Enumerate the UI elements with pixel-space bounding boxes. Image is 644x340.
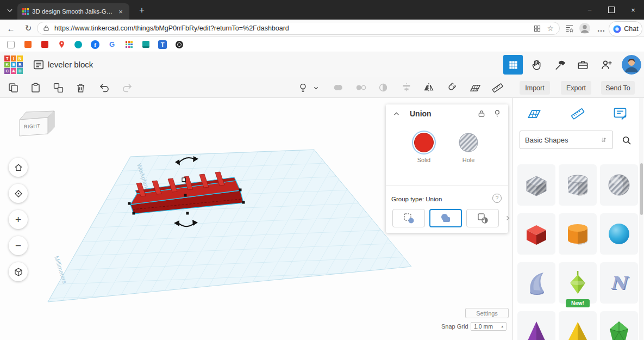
shape-cylinder[interactable] [559, 213, 597, 255]
perspective-toggle-button[interactable] [9, 262, 28, 281]
briefcase-icon[interactable] [573, 55, 592, 75]
address-bar-input[interactable] [53, 24, 533, 33]
shape-inspector-panel: Union Solid Hole Group type: Union ? [386, 104, 508, 233]
shape-pyramid[interactable] [559, 311, 597, 340]
hole-swatch[interactable] [459, 133, 478, 152]
ruler-helper-icon[interactable] [570, 106, 586, 122]
bookmark-favicon-google[interactable]: G [108, 40, 116, 49]
magnet-icon[interactable] [445, 81, 458, 94]
home-view-button[interactable] [9, 158, 28, 177]
bookmark-favicon-3[interactable] [40, 40, 49, 49]
notes-icon[interactable] [612, 106, 628, 122]
copy-icon[interactable] [7, 81, 20, 94]
tinkercad-header: T I N K E R C A D leveler block [0, 52, 644, 77]
shape-paraboloid[interactable] [517, 262, 555, 304]
bookmark-favicon-facebook[interactable]: f [91, 40, 99, 49]
group-color-option-multicolor[interactable] [392, 209, 425, 227]
settings-button[interactable]: Settings [465, 308, 509, 318]
browser-tab-strip: 3D design Smooth Jaiks-Gaaris - T × + − … [0, 0, 644, 20]
help-icon[interactable]: ? [492, 194, 502, 203]
import-button[interactable]: Import [520, 81, 550, 95]
zoom-out-button[interactable]: − [9, 236, 28, 255]
shape-sphere[interactable] [600, 213, 638, 255]
profile-avatar[interactable] [578, 22, 591, 35]
collections-icon[interactable] [563, 22, 576, 35]
copilot-chat-button[interactable]: Chat [609, 21, 642, 36]
shape-hole-box[interactable] [517, 164, 555, 206]
shape-spinning-top[interactable]: New! [559, 262, 597, 304]
group-color-option-original[interactable] [466, 209, 499, 227]
tab-close-icon[interactable]: × [116, 8, 125, 16]
tinkercad-logo[interactable]: T I N K E R C A D [4, 55, 23, 74]
maximize-button[interactable] [601, 0, 622, 20]
solid-option[interactable]: Solid [408, 133, 440, 163]
export-button[interactable]: Export [561, 81, 591, 95]
shape-category-select[interactable]: Basic Shapes [520, 131, 613, 149]
scrollbar-track[interactable] [639, 98, 643, 340]
split-screen-icon[interactable] [533, 24, 541, 33]
send-to-button[interactable]: Send To [601, 81, 635, 95]
delete-icon[interactable] [74, 81, 87, 94]
settings-menu-icon[interactable]: … [595, 22, 608, 35]
bookmark-favicon-1[interactable] [7, 40, 15, 49]
invite-person-icon[interactable] [597, 55, 616, 75]
group-color-option-union[interactable] [429, 209, 462, 227]
hand-tool-icon[interactable] [527, 55, 547, 75]
shape-box[interactable] [517, 213, 555, 255]
user-avatar[interactable] [622, 55, 641, 75]
hole-option[interactable]: Hole [452, 133, 485, 163]
back-button[interactable]: ← [4, 22, 17, 35]
redo-icon[interactable] [120, 81, 133, 94]
tools-icon[interactable] [550, 55, 570, 75]
bookmark-favicon-5[interactable] [74, 40, 83, 49]
duplicate-icon[interactable] [52, 81, 65, 94]
align-icon[interactable] [400, 81, 413, 94]
design-title[interactable]: leveler block [48, 52, 93, 77]
address-bar[interactable]: ☆ [37, 22, 560, 35]
close-window-button[interactable]: × [622, 0, 644, 20]
mirror-icon[interactable] [422, 81, 435, 94]
shape-hole-sphere[interactable] [600, 164, 638, 206]
edit-3d-mode-button[interactable] [503, 55, 523, 75]
design-menu-icon[interactable] [30, 57, 47, 73]
zoom-in-button[interactable]: + [9, 210, 28, 229]
visibility-bulb-icon[interactable] [493, 109, 502, 120]
bookmark-favicon-tinkercad[interactable] [124, 40, 133, 49]
search-icon[interactable] [620, 133, 634, 147]
fit-view-button[interactable] [9, 184, 28, 203]
collapse-inspector-icon[interactable] [392, 110, 401, 120]
bookmark-favicon-10[interactable]: T [158, 40, 167, 49]
bookmark-favicon-maps-pin[interactable] [57, 40, 66, 49]
minimize-button[interactable]: − [579, 0, 601, 20]
workplane-helper-icon[interactable] [526, 106, 542, 122]
view-cube[interactable]: RIGHT [13, 106, 59, 141]
ruler-tool-icon[interactable] [491, 81, 504, 94]
favorite-star-icon[interactable]: ☆ [547, 24, 554, 33]
solid-swatch[interactable] [414, 133, 434, 152]
shape-polyhedron[interactable] [600, 311, 638, 340]
refresh-button[interactable]: ↻ [22, 22, 35, 35]
paste-icon[interactable] [29, 81, 42, 94]
group-color-icon[interactable] [377, 81, 390, 94]
tab-search-button[interactable] [4, 5, 15, 16]
show-hide-dropdown-icon[interactable] [311, 81, 320, 94]
new-tab-button[interactable]: + [136, 4, 148, 16]
show-hide-icon[interactable] [296, 81, 309, 94]
browser-tab[interactable]: 3D design Smooth Jaiks-Gaaris - T × [17, 3, 129, 20]
hole-label: Hole [452, 157, 485, 163]
snap-grid-select[interactable]: 1.0 mm ▴ [471, 322, 507, 331]
group-icon[interactable] [332, 81, 345, 94]
lock-shape-icon[interactable] [478, 109, 485, 120]
undo-icon[interactable] [98, 81, 111, 94]
shape-text[interactable]: NN [600, 262, 638, 304]
shape-cone[interactable] [517, 311, 555, 340]
bookmark-favicon-11[interactable] [175, 40, 184, 49]
shape-hole-cylinder[interactable] [559, 164, 597, 206]
scrollbar-thumb[interactable] [640, 163, 643, 215]
bookmark-favicon-2[interactable] [23, 40, 32, 49]
ungroup-icon[interactable] [354, 81, 367, 94]
bookmark-favicon-9[interactable] [141, 40, 150, 49]
workplane-tool-icon[interactable] [468, 81, 482, 94]
workplane[interactable] [48, 150, 411, 302]
collapse-shapes-panel-handle[interactable] [503, 210, 512, 226]
